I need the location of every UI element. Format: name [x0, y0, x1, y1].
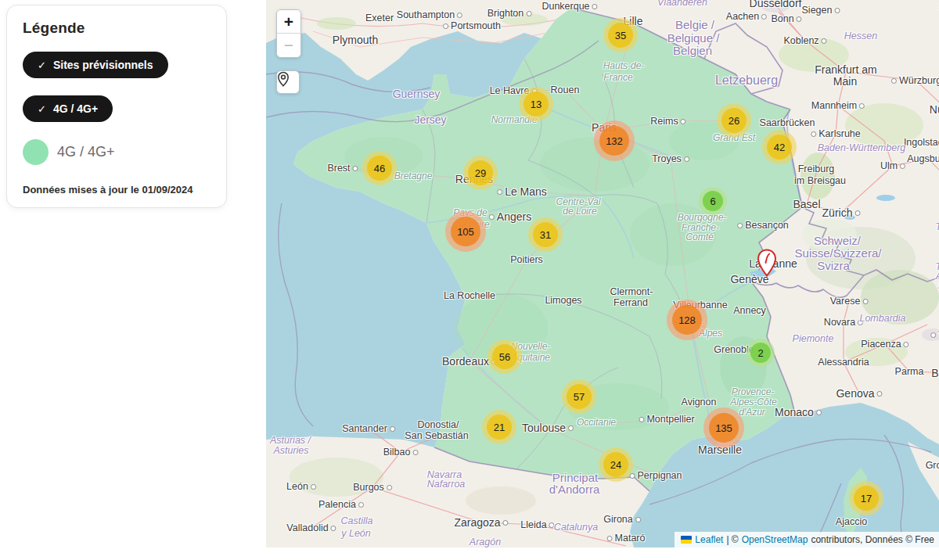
cluster-count: 105	[451, 217, 480, 246]
zoom-in-button[interactable]: +	[277, 10, 300, 34]
locate-pin-button[interactable]	[276, 70, 300, 94]
cluster-count: 57	[567, 384, 592, 409]
cluster-count: 24	[603, 452, 628, 477]
cluster-marker[interactable]: 35	[603, 18, 638, 52]
attribution-separator: | ©	[726, 534, 738, 545]
coverage-swatch-label: 4G / 4G+	[57, 144, 115, 160]
cluster-marker[interactable]: 21	[482, 410, 516, 444]
cluster-count: 42	[767, 135, 792, 160]
cluster-count: 128	[672, 305, 702, 335]
map-pin-icon	[277, 71, 290, 87]
zoom-control: + −	[276, 9, 301, 58]
openstreetmap-link[interactable]: OpenStreetMap	[742, 534, 808, 545]
coverage-swatch-4g	[23, 139, 49, 165]
legend-title: Légende	[23, 20, 210, 37]
cluster-count: 56	[492, 344, 517, 369]
cluster-count: 135	[709, 413, 739, 443]
cluster-count: 35	[608, 23, 633, 48]
cluster-count: 46	[367, 156, 392, 181]
cluster-marker[interactable]: 31	[528, 217, 563, 252]
cluster-marker[interactable]: 132	[594, 120, 635, 161]
check-icon: ✓	[38, 103, 46, 115]
ukraine-flag-icon	[681, 536, 692, 544]
cluster-count: 2	[750, 343, 771, 363]
cluster-marker[interactable]: 13	[519, 87, 553, 121]
cluster-count: 13	[523, 92, 549, 117]
cluster-count: 21	[487, 415, 512, 440]
attribution-suffix: contributors, Données © Free	[811, 534, 934, 545]
legend-toggle-label: 4G / 4G+	[53, 102, 98, 115]
legend-toggle-4g[interactable]: ✓ 4G / 4G+	[23, 95, 113, 122]
cluster-marker[interactable]: 128	[667, 300, 707, 340]
cluster-marker[interactable]: 29	[463, 156, 498, 190]
legend-toggle-sites-previsionnels[interactable]: ✓ Sites prévisionnels	[23, 52, 168, 78]
zoom-out-button[interactable]: −	[277, 34, 300, 57]
cluster-marker[interactable]: 57	[562, 379, 596, 414]
leaflet-link[interactable]: Leaflet	[695, 534, 723, 545]
legend-toggle-label: Sites prévisionnels	[53, 59, 153, 71]
legend-panel: Légende ✓ Sites prévisionnels ✓ 4G / 4G+…	[6, 5, 227, 208]
data-updated-text: Données mises à jour le 01/09/2024	[23, 184, 210, 196]
cluster-count: 132	[599, 126, 629, 156]
cluster-marker[interactable]: 42	[762, 130, 797, 164]
cluster-count: 17	[854, 486, 879, 511]
cluster-layer: 35131322642462961053112825657211352417	[266, 0, 939, 547]
cluster-marker[interactable]: 24	[599, 447, 633, 482]
cluster-marker[interactable]: 6	[699, 187, 727, 215]
cluster-marker[interactable]: 2	[747, 339, 775, 367]
cluster-marker[interactable]: 26	[717, 103, 751, 138]
cluster-count: 6	[703, 191, 723, 211]
cluster-count: 31	[533, 222, 558, 247]
map-attribution: Leaflet | © OpenStreetMap contributors, …	[675, 532, 939, 547]
cluster-marker[interactable]: 46	[362, 151, 397, 185]
cluster-count: 26	[721, 108, 747, 133]
cluster-marker[interactable]: 135	[703, 407, 744, 448]
site-pin-marker[interactable]	[757, 249, 777, 277]
coverage-map[interactable]: ExeterSouthamptonBrightonPortsmouthPlymo…	[266, 0, 939, 547]
cluster-marker[interactable]: 17	[849, 481, 883, 515]
cluster-marker[interactable]: 105	[445, 211, 486, 252]
cluster-count: 29	[468, 160, 493, 185]
check-icon: ✓	[38, 59, 46, 71]
cluster-marker[interactable]: 56	[487, 339, 522, 374]
